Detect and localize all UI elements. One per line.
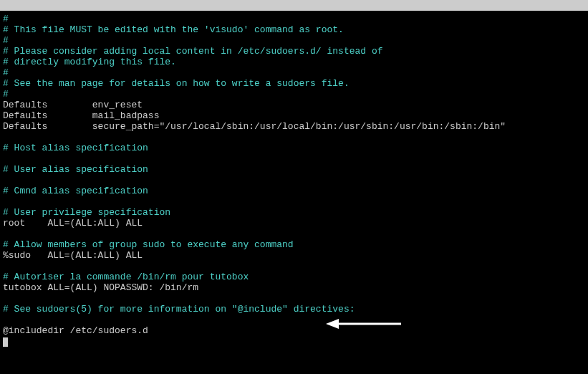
cursor-line	[3, 336, 585, 347]
file-line	[3, 175, 585, 186]
file-line: # directly modifying this file.	[3, 57, 585, 67]
editor-titlebar: GNU nano 5.4	[0, 0, 588, 11]
file-line	[3, 132, 585, 143]
file-line: @includedir /etc/sudoers.d	[3, 325, 585, 336]
file-line: # Allow members of group sudo to execute…	[3, 239, 585, 250]
file-line	[3, 261, 585, 272]
file-line: # Host alias specification	[3, 143, 585, 153]
file-line: # See sudoers(5) for more information on…	[3, 304, 585, 315]
file-line: Defaults env_reset	[3, 100, 585, 110]
file-line: Defaults secure_path="/usr/local/sbin:/u…	[3, 121, 585, 132]
file-line	[3, 153, 585, 164]
file-line: %sudo ALL=(ALL:ALL) ALL	[3, 250, 585, 261]
file-line: # User privilege specification	[3, 207, 585, 218]
file-line: root ALL=(ALL:ALL) ALL	[3, 218, 585, 229]
text-cursor	[3, 337, 8, 347]
titlebar-text: GNU nano 5.4	[17, 11, 95, 21]
file-line: # This file MUST be edited with the 'vis…	[3, 24, 585, 35]
file-line: tutobox ALL=(ALL) NOPASSWD: /bin/rm	[3, 282, 585, 293]
file-line: # Please consider adding local content i…	[3, 46, 585, 57]
file-line: # See the man page for details on how to…	[3, 78, 585, 89]
file-line: # User alias specification	[3, 164, 585, 175]
file-line: #	[3, 89, 585, 100]
file-line	[3, 315, 585, 325]
file-line: #	[3, 67, 585, 78]
file-line: # Cmnd alias specification	[3, 186, 585, 196]
editor-content-area[interactable]: ## This file MUST be edited with the 'vi…	[0, 11, 588, 350]
file-line	[3, 293, 585, 304]
file-line: #	[3, 35, 585, 46]
file-line	[3, 229, 585, 239]
file-line	[3, 196, 585, 207]
file-line: # Autoriser la commande /bin/rm pour tut…	[3, 272, 585, 282]
file-line: Defaults mail_badpass	[3, 110, 585, 121]
